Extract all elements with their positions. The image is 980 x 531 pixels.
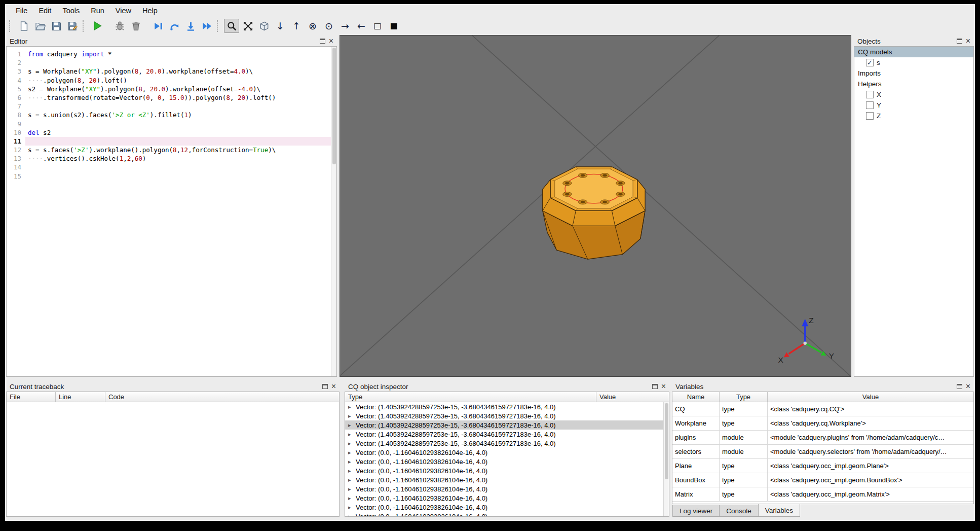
fit-all-button[interactable] [240, 19, 255, 33]
expand-arrow-icon[interactable]: ▸ [348, 477, 356, 483]
variable-row[interactable]: CQtype<class 'cadquery.cq.CQ'> [672, 402, 973, 416]
step-button[interactable] [150, 19, 166, 33]
debug-button[interactable] [112, 19, 127, 33]
tree-item-y[interactable]: Y [854, 100, 973, 111]
zoom-button[interactable] [224, 19, 239, 33]
inspector-row[interactable]: ▸Vector: (0.0, -1.1604610293826104e-16, … [345, 457, 663, 466]
save-as-button[interactable] [65, 19, 80, 33]
save-button[interactable] [49, 19, 64, 33]
scrollbar-thumb[interactable] [332, 48, 336, 164]
column-header-type[interactable]: Type [345, 392, 596, 402]
top-view-button[interactable]: ↓ [273, 19, 288, 33]
iso-view-button[interactable] [256, 19, 272, 33]
code-line[interactable] [25, 163, 331, 171]
column-header-name[interactable]: Name [672, 392, 720, 402]
variable-row[interactable]: Planetype<class 'cadquery.occ_impl.geom.… [672, 459, 973, 473]
expand-arrow-icon[interactable]: ▸ [348, 422, 356, 429]
cq-model[interactable] [543, 167, 645, 259]
close-button[interactable]: × [966, 39, 970, 44]
expand-arrow-icon[interactable]: ▸ [348, 458, 356, 465]
checkbox-z[interactable] [866, 112, 874, 120]
back-view-button[interactable]: ⊙ [321, 19, 336, 33]
step-out-button[interactable] [183, 19, 198, 33]
float-button[interactable] [652, 384, 658, 389]
editor-scrollbar[interactable] [331, 47, 336, 376]
expand-arrow-icon[interactable]: ▸ [348, 513, 356, 517]
variable-row[interactable]: Matrixtype<class 'cadquery.occ_impl.geom… [672, 487, 973, 502]
inspector-row[interactable]: ▸Vector: (1.4053924288597253e-15, -3.680… [345, 439, 663, 448]
column-header-value[interactable]: Value [768, 392, 973, 402]
inspector-row[interactable]: ▸Vector: (1.4053924288597253e-15, -3.680… [345, 420, 663, 430]
variable-row[interactable]: pluginsmodule<module 'cadquery.plugins' … [672, 431, 973, 445]
scrollbar-thumb[interactable] [665, 403, 668, 479]
right-view-button[interactable]: ← [354, 19, 369, 33]
inspector-row[interactable]: ▸Vector: (0.0, -1.1604610293826104e-16, … [345, 475, 663, 484]
render-button[interactable] [90, 19, 105, 33]
delete-button[interactable] [128, 19, 143, 33]
code-line[interactable] [25, 172, 331, 181]
variable-row[interactable]: BoundBoxtype<class 'cadquery.occ_impl.ge… [672, 473, 973, 487]
float-button[interactable] [322, 384, 328, 389]
new-file-button[interactable] [16, 19, 31, 33]
step-next-button[interactable] [167, 19, 182, 33]
toolbar-handle[interactable] [9, 20, 13, 32]
code-line[interactable]: s = Workplane("XY").polygon(8, 20.0).wor… [25, 67, 331, 76]
inspector-row[interactable]: ▸Vector: (1.4053924288597253e-15, -3.680… [345, 411, 663, 420]
menu-file[interactable]: File [10, 5, 33, 16]
code-line[interactable]: s = s.faces('>Z').workplane().polygon(8,… [25, 146, 331, 154]
code-line[interactable]: del s2 [25, 128, 331, 137]
code-line[interactable] [25, 137, 331, 146]
close-button[interactable]: × [966, 384, 970, 389]
variable-row[interactable]: selectorsmodule<module 'cadquery.selecto… [672, 445, 973, 459]
column-header-value[interactable]: Value [596, 392, 669, 402]
editor-code[interactable]: from cadquery import *s = Workplane("XY"… [25, 47, 331, 376]
variable-row[interactable]: Workplanetype<class 'cadquery.cq.Workpla… [672, 416, 973, 431]
float-button[interactable] [957, 384, 962, 389]
code-line[interactable]: s2 = Workplane("XY").polygon(8, 20.0).wo… [25, 85, 331, 93]
menu-tools[interactable]: Tools [57, 5, 85, 16]
shaded-button[interactable]: ■ [386, 19, 401, 33]
column-header-line[interactable]: Line [56, 392, 105, 402]
tab-log-viewer[interactable]: Log viewer [672, 505, 720, 517]
inspector-row[interactable]: ▸Vector: (1.4053924288597253e-15, -3.680… [345, 402, 663, 411]
tree-item-z[interactable]: Z [854, 111, 973, 121]
inspector-row[interactable]: ▸Vector: (1.4053924288597253e-15, -3.680… [345, 430, 663, 439]
toolbar-handle[interactable] [83, 20, 87, 32]
viewport-3d[interactable]: X Y Z [340, 35, 851, 377]
expand-arrow-icon[interactable]: ▸ [348, 440, 356, 447]
code-line[interactable] [25, 58, 331, 67]
inspector-row[interactable]: ▸Vector: (0.0, -1.1604610293826104e-16, … [345, 448, 663, 457]
menu-view[interactable]: View [110, 5, 137, 16]
tree-item-helpers[interactable]: Helpers [854, 79, 973, 89]
expand-arrow-icon[interactable]: ▸ [348, 468, 356, 474]
menu-edit[interactable]: Edit [33, 5, 57, 16]
code-line[interactable]: s = s.union(s2).faces('>Z or <Z').fillet… [25, 111, 331, 119]
float-button[interactable] [320, 39, 325, 44]
code-line[interactable] [25, 102, 331, 111]
column-header-file[interactable]: File [7, 392, 56, 402]
inspector-row[interactable]: ▸Vector: (0.0, -1.1604610293826104e-16, … [345, 512, 663, 516]
expand-arrow-icon[interactable]: ▸ [348, 449, 356, 456]
open-button[interactable] [32, 19, 48, 33]
expand-arrow-icon[interactable]: ▸ [348, 404, 356, 410]
inspector-row[interactable]: ▸Vector: (0.0, -1.1604610293826104e-16, … [345, 503, 663, 512]
tree-item-x[interactable]: X [854, 89, 973, 100]
code-line[interactable]: from cadquery import * [25, 50, 331, 58]
float-button[interactable] [957, 39, 962, 44]
column-header-code[interactable]: Code [105, 392, 339, 402]
tree-item-imports[interactable]: Imports [854, 68, 973, 79]
inspector-row[interactable]: ▸Vector: (0.0, -1.1604610293826104e-16, … [345, 493, 663, 503]
inspector-row[interactable]: ▸Vector: (0.0, -1.1604610293826104e-16, … [345, 484, 663, 493]
checkbox-x[interactable] [866, 91, 874, 98]
expand-arrow-icon[interactable]: ▸ [348, 486, 356, 492]
continue-button[interactable] [199, 19, 214, 33]
tab-console[interactable]: Console [719, 505, 759, 517]
viewport-canvas[interactable]: X Y Z [340, 36, 851, 376]
close-button[interactable]: × [661, 384, 666, 389]
tree-item-s[interactable]: ✓ s [854, 57, 973, 68]
code-line[interactable]: ····.transformed(rotate=Vector(0, 0, 15.… [25, 93, 331, 102]
expand-arrow-icon[interactable]: ▸ [348, 504, 356, 511]
toolbar-handle[interactable] [217, 20, 221, 32]
expand-arrow-icon[interactable]: ▸ [348, 495, 356, 502]
checkbox-y[interactable] [866, 101, 874, 109]
